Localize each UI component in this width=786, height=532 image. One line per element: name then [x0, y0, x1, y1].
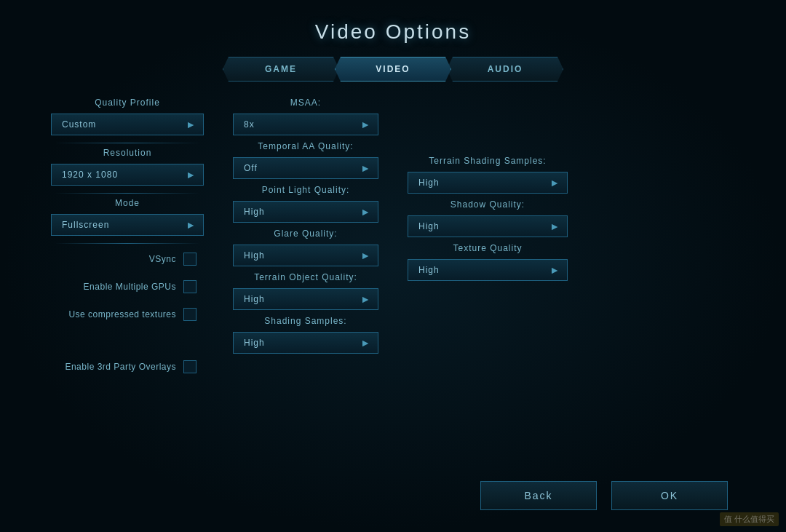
msaa-value: 8x	[244, 119, 255, 130]
resolution-label: Resolution	[103, 148, 152, 158]
page-container: Video Options GAME VIDEO AUDIO Quality P…	[0, 0, 786, 532]
shadow-quality-value: High	[418, 221, 440, 231]
vsync-row: VSync	[44, 253, 211, 266]
separator-3	[55, 243, 200, 244]
terrain-object-dropdown[interactable]: High ►	[233, 288, 378, 310]
shading-samples-label: Shading Samples:	[264, 316, 346, 326]
terrain-object-value: High	[244, 294, 265, 304]
mode-value: Fullscreen	[62, 220, 109, 230]
mode-label: Mode	[115, 198, 140, 208]
shading-samples-dropdown[interactable]: High ►	[233, 332, 378, 354]
ok-button[interactable]: OK	[611, 481, 728, 510]
temporal-aa-arrow: ►	[360, 162, 370, 174]
terrain-shading-value: High	[418, 178, 440, 188]
point-light-label: Point Light Quality:	[262, 185, 350, 195]
watermark: 值 什么值得买	[720, 512, 779, 526]
back-button[interactable]: Back	[480, 481, 597, 510]
shading-samples-value: High	[244, 338, 265, 348]
point-light-arrow: ►	[360, 206, 370, 218]
msaa-dropdown[interactable]: 8x ►	[233, 114, 378, 135]
terrain-shading-label: Terrain Shading Samples:	[429, 156, 546, 166]
terrain-object-label: Terrain Object Quality:	[254, 272, 357, 282]
resolution-dropdown[interactable]: 1920 x 1080 ►	[51, 164, 204, 186]
terrain-shading-dropdown[interactable]: High ►	[408, 172, 568, 194]
temporal-aa-label: Temporal AA Quality:	[258, 141, 353, 151]
glare-label: Glare Quality:	[274, 229, 337, 239]
mode-arrow: ►	[186, 219, 196, 231]
page-title: Video Options	[315, 20, 471, 44]
quality-profile-value: Custom	[62, 119, 96, 130]
shadow-quality-arrow: ►	[549, 221, 560, 232]
shadow-quality-dropdown[interactable]: High ►	[408, 215, 568, 237]
temporal-aa-value: Off	[244, 163, 258, 173]
separator-1	[55, 143, 200, 143]
3rd-party-label: Enable 3rd Party Overlays	[65, 362, 176, 372]
compressed-textures-checkbox[interactable]	[183, 308, 196, 321]
quality-profile-dropdown[interactable]: Custom ►	[51, 114, 204, 135]
mode-dropdown[interactable]: Fullscreen ►	[51, 214, 204, 236]
tab-video[interactable]: VIDEO	[335, 57, 451, 82]
temporal-aa-dropdown[interactable]: Off ►	[233, 157, 378, 179]
vsync-checkbox[interactable]	[183, 253, 196, 266]
point-light-dropdown[interactable]: High ►	[233, 201, 378, 223]
texture-quality-label: Texture Quality	[453, 243, 522, 253]
multiple-gpus-checkbox[interactable]	[183, 280, 196, 293]
msaa-arrow: ►	[360, 119, 370, 130]
quality-profile-label: Quality Profile	[95, 98, 160, 108]
msaa-label: MSAA:	[290, 98, 321, 108]
multiple-gpus-label: Enable Multiple GPUs	[84, 282, 176, 292]
quality-profile-arrow: ►	[186, 119, 196, 130]
shadow-quality-label: Shadow Quality:	[450, 199, 525, 210]
3rd-party-row: Enable 3rd Party Overlays	[44, 360, 211, 373]
glare-value: High	[244, 250, 265, 261]
texture-quality-value: High	[418, 265, 440, 275]
left-column: Quality Profile Custom ► Resolution 1920…	[44, 98, 211, 481]
main-content: Quality Profile Custom ► Resolution 1920…	[0, 90, 786, 481]
3rd-party-checkbox[interactable]	[183, 360, 196, 373]
texture-quality-arrow: ►	[549, 264, 560, 276]
glare-arrow: ►	[360, 250, 370, 261]
separator-2	[55, 193, 200, 194]
shading-samples-arrow: ►	[360, 337, 370, 349]
bottom-bar: Back OK	[0, 481, 786, 532]
glare-dropdown[interactable]: High ►	[233, 245, 378, 266]
tab-game[interactable]: GAME	[223, 57, 339, 82]
multiple-gpus-row: Enable Multiple GPUs	[44, 280, 211, 293]
texture-quality-dropdown[interactable]: High ►	[408, 259, 568, 281]
tab-bar: GAME VIDEO AUDIO	[223, 57, 563, 82]
tab-audio[interactable]: AUDIO	[447, 57, 563, 82]
terrain-object-arrow: ►	[360, 293, 370, 305]
mid-column: MSAA: 8x ► Temporal AA Quality: Off ► Po…	[226, 98, 386, 481]
compressed-textures-label: Use compressed textures	[68, 309, 176, 319]
resolution-value: 1920 x 1080	[62, 170, 118, 180]
terrain-shading-arrow: ►	[549, 177, 560, 188]
point-light-value: High	[244, 207, 265, 217]
vsync-label: VSync	[149, 254, 176, 264]
resolution-arrow: ►	[186, 169, 196, 180]
compressed-textures-row: Use compressed textures	[44, 308, 211, 321]
right-column: Terrain Shading Samples: High ► Shadow Q…	[400, 156, 575, 481]
